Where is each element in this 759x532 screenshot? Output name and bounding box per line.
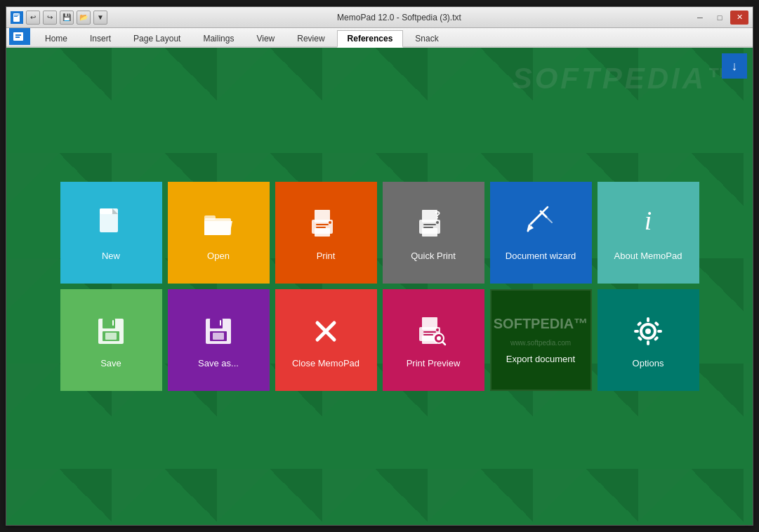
svg-point-54 <box>645 328 651 334</box>
tile-save-as-label: Save as... <box>198 358 239 368</box>
window-controls: ─ □ ✕ <box>691 11 748 25</box>
tile-options[interactable]: Options <box>598 289 699 391</box>
svg-point-49 <box>436 328 439 331</box>
svg-text:i: i <box>645 206 652 235</box>
main-window: ↩ ↪ 💾 📂 ▼ MemoPad 12.0 - Softpedia (3).t… <box>6 6 753 526</box>
tile-about[interactable]: i About MemoPad <box>598 182 699 284</box>
svg-rect-58 <box>657 330 662 333</box>
svg-line-52 <box>442 342 445 345</box>
svg-rect-9 <box>100 208 112 214</box>
svg-rect-11 <box>204 215 216 220</box>
open-quick-button[interactable]: 📂 <box>77 11 91 25</box>
svg-line-30 <box>546 217 552 222</box>
svg-rect-56 <box>647 340 649 345</box>
tile-print-preview[interactable]: Print Preview <box>383 289 484 391</box>
svg-rect-22 <box>422 228 437 237</box>
tile-grid: New Open Print <box>60 182 699 391</box>
tile-document-wizard[interactable]: Document wizard <box>490 182 592 284</box>
tile-close-label: Close MemoPad <box>292 358 359 368</box>
svg-rect-47 <box>423 334 433 335</box>
tile-export-label: Export document <box>506 354 575 364</box>
svg-rect-21 <box>423 227 433 228</box>
minimize-button[interactable]: ─ <box>691 11 709 25</box>
close-button[interactable]: ✕ <box>730 11 748 25</box>
tile-print-label: Print <box>317 251 336 261</box>
customize-button[interactable]: ▼ <box>93 11 107 25</box>
svg-rect-59 <box>637 321 642 326</box>
app-icon <box>11 11 23 24</box>
tile-export[interactable]: SOFTPEDIA™ www.softpedia.com Export docu… <box>490 289 592 391</box>
save-quick-button[interactable]: 💾 <box>60 11 74 25</box>
scroll-down-button[interactable]: ↓ <box>722 53 747 79</box>
svg-point-17 <box>329 221 331 224</box>
tile-print-preview-label: Print Preview <box>407 358 461 368</box>
maximize-button[interactable]: □ <box>711 11 729 25</box>
svg-rect-41 <box>220 320 221 326</box>
tab-mailings[interactable]: Mailings <box>192 30 244 46</box>
tab-page-layout[interactable]: Page Layout <box>123 30 191 46</box>
tile-document-wizard-label: Document wizard <box>506 251 576 261</box>
tile-new-label: New <box>102 251 120 261</box>
tile-close[interactable]: Close MemoPad <box>275 289 377 391</box>
svg-rect-15 <box>316 227 326 228</box>
svg-line-27 <box>542 207 548 213</box>
tile-new[interactable]: New <box>60 182 162 284</box>
svg-rect-1 <box>14 15 19 15</box>
softpedia-logo: SOFTPEDIA™ <box>494 316 588 332</box>
tab-snack[interactable]: Snack <box>404 30 449 46</box>
svg-rect-62 <box>654 321 659 326</box>
svg-rect-55 <box>647 317 649 322</box>
svg-rect-57 <box>634 330 639 333</box>
tile-save-as[interactable]: Save as... <box>168 289 270 391</box>
tile-options-label: Options <box>633 358 664 368</box>
tile-open-label: Open <box>207 251 230 261</box>
tab-insert[interactable]: Insert <box>79 30 121 46</box>
title-bar-left: ↩ ↪ 💾 📂 ▼ <box>11 11 107 25</box>
svg-rect-20 <box>423 224 436 225</box>
svg-point-23 <box>436 221 439 224</box>
tile-open[interactable]: Open <box>168 182 270 284</box>
tile-about-label: About MemoPad <box>614 251 682 261</box>
tile-quick-print-label: Quick Print <box>411 251 456 261</box>
svg-rect-46 <box>423 331 436 333</box>
tile-print[interactable]: Print <box>275 182 377 284</box>
svg-rect-36 <box>112 320 114 326</box>
svg-rect-40 <box>213 333 224 340</box>
svg-line-25 <box>531 213 542 224</box>
app-logo <box>9 28 30 45</box>
svg-point-51 <box>437 336 441 340</box>
svg-rect-16 <box>315 228 330 237</box>
tile-save[interactable]: Save <box>60 289 162 391</box>
svg-rect-35 <box>105 333 117 340</box>
redo-button[interactable]: ↪ <box>43 11 57 25</box>
svg-rect-2 <box>14 16 18 17</box>
tab-home[interactable]: Home <box>34 30 78 46</box>
ribbon-tabs: Home Insert Page Layout Mailings View Re… <box>6 28 753 48</box>
tab-references[interactable]: References <box>337 30 404 48</box>
window-title: MemoPad 12.0 - Softpedia (3).txt <box>107 13 691 22</box>
tab-view[interactable]: View <box>246 30 285 46</box>
title-bar: ↩ ↪ 💾 📂 ▼ MemoPad 12.0 - Softpedia (3).t… <box>6 7 753 28</box>
undo-button[interactable]: ↩ <box>26 11 40 25</box>
svg-text:?: ? <box>435 209 441 220</box>
tab-review[interactable]: Review <box>286 30 335 46</box>
watermark: SOFTPEDIA™ <box>513 62 739 95</box>
tile-save-label: Save <box>100 358 121 368</box>
main-area: SOFTPEDIA™ ↓ New Open <box>6 48 753 525</box>
svg-rect-14 <box>316 224 329 225</box>
tile-quick-print[interactable]: ? Quick Print <box>383 182 484 284</box>
